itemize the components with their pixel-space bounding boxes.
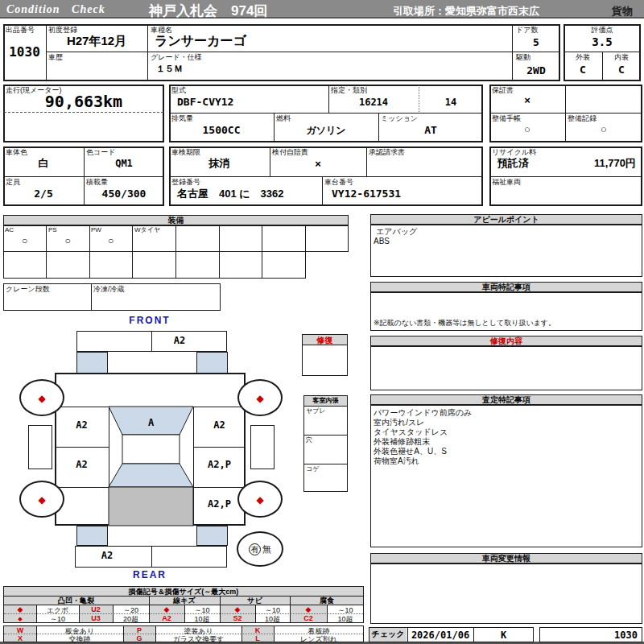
check-label: チェック [369,630,407,638]
rear-left-corner-cell [76,526,108,546]
windshield-damage: A [109,418,193,427]
main-info-table [3,24,560,81]
legend-code-c2: C2 [290,615,327,622]
equipment-pw-label: PW [91,227,101,233]
insurance-label: 検付自賠責 [272,149,308,156]
grade-label: グレード・仕様 [151,54,202,61]
doors-value: 5 [512,37,560,47]
legend-code-text: レンズ割れ [274,636,364,643]
presence-yes-circled: 有 [249,543,261,555]
type-number-value: 16214 [328,97,419,107]
score-label: 評価点 [564,27,641,34]
diagram-front-label: FRONT [113,316,187,325]
fuel-label: 燃料 [276,115,291,122]
interior-grade-value: C [602,64,641,75]
capacity-value: 2/5 [3,188,84,199]
legend-diamond-icon: ◆ [149,606,184,613]
left-side-step-cell [28,425,52,469]
legend-code-x: X [4,635,36,642]
legend-code-p: P [123,627,155,634]
fuel-value: ガソリン [274,126,378,135]
right-side-step-cell [250,425,275,469]
special-note-text: ※記載のない書類・機器等は無しとして取り扱います。 [374,320,555,327]
assessment-line: 外装補修跡粗末 [374,438,430,446]
legend-size: ～10 [327,607,364,614]
legend-diamond-small-icon: ◆ [4,616,36,621]
legend-diamond-icon: ◆ [4,606,36,613]
grade-value: １５Ｍ [156,64,183,73]
legend-code-text: 看板跡 [274,628,364,635]
warranty-label: 保証書 [492,87,514,94]
legend-diamond-icon: ◆ [290,606,327,613]
repair-details-body [370,346,642,390]
wheel-damage-diamond-icon: ◆ [256,393,263,404]
score-value: 3.5 [564,36,641,47]
exterior-grade-value: C [564,64,602,75]
legend-code-u3: U3 [79,615,113,622]
legend-size: 10超 [184,616,220,623]
recycle-status-value: 預託済 [497,158,529,168]
maintenance-book-label: 整備手帳 [492,115,521,122]
front-bumper-damage: A2 [151,336,208,345]
assessment-notes-header: 査定特記事項 [370,394,642,405]
pickup-location: 引取場所：愛知県弥富市西末広 [393,4,539,19]
right-front-door-damage: A2 [193,420,246,430]
diagram-rear-label: REAR [113,570,187,580]
rear-left-wheel: ◆ [19,481,64,518]
check-date: 2026/01/06 [407,630,473,640]
doors-label: ドア数 [516,27,538,34]
wheel-damage-diamond-icon: ◆ [256,494,263,506]
recycle-fee-label: リサイクル料 [492,149,536,156]
equipment-ps-mark: ○ [46,236,89,246]
first-registration-label: 初度登録 [48,27,77,34]
color-code-value: QM1 [84,159,164,168]
cabin-interior-title: 客室内張 [303,398,348,404]
vehicle-change-info-header: 車両変更情報 [370,553,642,564]
legend-category-scratch: 線キズ [149,597,220,605]
legend-code-k: K [242,627,274,634]
rear-bumper-damage: A2 [75,551,139,560]
drive-label: 駆動 [516,54,530,61]
drive-value: 2WD [512,65,560,76]
legend-dent-text: エクボ [36,607,79,614]
history-label: 車歴 [48,54,63,61]
lot-number-value: 1030 [3,46,46,59]
equipment-wtire-label: Wタイヤ [134,227,160,233]
auction-title: 神戸入札会 974回 [149,2,267,20]
legend-category-rust: サビ [220,597,290,605]
footer-lot-number: 1030 [539,630,638,640]
model-code-label: 型式 [171,87,186,94]
presence-mark-oval: 有 無 [237,531,283,567]
fridge-freezer-label: 冷凍/冷蔵 [93,286,125,293]
front-right-wheel: ◆ [237,379,283,416]
equipment-section-header: 装備 [3,215,349,225]
equipment-ac-label: AC [5,227,14,233]
check-inspector: K [473,630,534,640]
legend-size: ～10 [255,607,290,614]
cabin-hole-label: 穴 [306,437,312,444]
appeal-point-2: ABS [374,237,390,246]
legend-code-text: 交換跡 [36,636,123,643]
right-rear-door-damage: A2,P [193,460,246,469]
chassis-number-value: VY12-617531 [332,188,401,199]
legend-code-w: W [4,627,36,634]
cabin-tear-label: ヤブレ [306,408,326,415]
legend-size: 10超 [255,616,290,623]
chassis-number-label: 車台番号 [324,179,353,186]
equipment-ps-label: PS [48,227,57,233]
wheel-damage-diamond-icon: ◆ [38,393,45,404]
assessment-line: 室内汚れ/スレ [374,419,424,427]
auction-condition-sheet: { "colors": { "header_bar": "#8a8a8a", "… [0,0,644,644]
legend-code-u2: U2 [79,606,113,613]
model-code-value: DBF-CVY12 [177,97,233,107]
body-color-value: 白 [3,158,84,168]
model-name-value: ランサーカーゴ [155,35,246,47]
welfare-vehicle-label: 福祉車両 [492,179,521,186]
lot-number-label: 出品番号 [6,27,35,34]
type-class-label: 指定・類別 [331,87,367,94]
condition-check-logo: Condition Check [6,3,105,16]
assessment-line: タイヤスタッドレス [374,428,448,436]
registration-number-label: 登録番号 [171,179,200,186]
legend-diamond-icon: ◆ [220,606,255,613]
legend-size: ～20 [113,607,149,614]
